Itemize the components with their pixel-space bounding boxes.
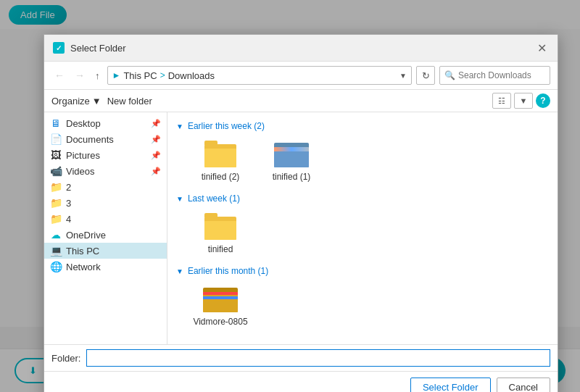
sidebar-item-this-pc[interactable]: 💻 This PC [44, 243, 167, 259]
sidebar-item-videos[interactable]: 📹 Videos 📌 [44, 163, 167, 179]
file-area: ▼ Earlier this week (2) tinified (2) [167, 112, 558, 344]
search-icon: 🔍 [444, 70, 455, 80]
sidebar-item-4[interactable]: 📁 4 [44, 211, 167, 227]
sidebar: 🖥 Desktop 📌 📄 Documents 📌 🖼 Pictures 📌 📹… [44, 112, 167, 344]
pictures-icon: 🖼 [50, 149, 62, 161]
refresh-button[interactable]: ↻ [416, 66, 435, 85]
group-chevron-3: ▼ [176, 267, 183, 275]
folder-3-icon: 📁 [50, 197, 62, 209]
group-earlier-this-month: ▼ Earlier this month (1) [176, 266, 549, 276]
network-icon: 🌐 [50, 261, 62, 272]
folder-bar: Folder: [44, 344, 558, 371]
button-bar: Select Folder Cancel [44, 371, 558, 392]
sidebar-item-2[interactable]: 📁 2 [44, 179, 167, 195]
folder-icon-tinified [203, 212, 238, 241]
onedrive-icon: ☁ [50, 229, 62, 241]
select-folder-button[interactable]: Select Folder [410, 378, 491, 392]
toolbar: Organize ▼ New folder ☷ ▼ ? [44, 90, 558, 112]
group-last-week: ▼ Last week (1) [176, 193, 549, 204]
search-box: 🔍 [439, 66, 550, 85]
documents-icon: 📄 [50, 133, 62, 145]
pin-icon-videos: 📌 [151, 167, 161, 176]
desktop-icon: 🖥 [50, 117, 62, 129]
folder-4-icon: 📁 [50, 213, 62, 225]
search-input[interactable] [458, 70, 545, 80]
file-item-vidmore[interactable]: Vidmore-0805 [188, 282, 253, 330]
sidebar-item-network[interactable]: 🌐 Network [44, 259, 167, 275]
pin-icon-pictures: 📌 [151, 151, 161, 160]
view-dropdown-button[interactable]: ▼ [514, 93, 533, 109]
sidebar-item-documents[interactable]: 📄 Documents 📌 [44, 131, 167, 147]
file-grid-last-week: tinified [176, 209, 549, 257]
nav-up-button[interactable]: ↑ [92, 69, 103, 83]
dialog-title: Select Folder [70, 43, 126, 54]
view-options-button[interactable]: ☷ [492, 93, 511, 109]
folder-icon-tinified-1 [274, 140, 309, 169]
dialog-app-icon: ✓ [53, 42, 65, 54]
file-item-tinified-1[interactable]: tinified (1) [259, 137, 324, 185]
file-grid-month: Vidmore-0805 [176, 282, 549, 330]
folder-icon-tinified-2 [203, 140, 238, 169]
pin-icon-desktop: 📌 [151, 119, 161, 128]
path-downloads: Downloads [168, 70, 215, 81]
path-bar: ► This PC > Downloads ▼ [107, 66, 413, 85]
folder-input[interactable] [86, 349, 550, 367]
folder-label: Folder: [51, 353, 80, 364]
group-chevron-2: ▼ [176, 195, 183, 203]
help-button[interactable]: ? [536, 93, 550, 108]
nav-forward-button[interactable]: → [72, 68, 88, 83]
file-item-tinified[interactable]: tinified [188, 209, 253, 257]
sidebar-item-3[interactable]: 📁 3 [44, 195, 167, 211]
sidebar-item-desktop[interactable]: 🖥 Desktop 📌 [44, 115, 167, 131]
dialog-title-left: ✓ Select Folder [53, 42, 126, 54]
toolbar-right: ☷ ▼ ? [492, 93, 550, 109]
path-arrow-icon: ► [112, 70, 121, 80]
new-folder-button[interactable]: New folder [107, 96, 152, 107]
path-dropdown-button[interactable]: ▼ [399, 72, 407, 80]
folder-icon-vidmore [203, 285, 238, 314]
cancel-button[interactable]: Cancel [497, 378, 550, 392]
dialog-content: 🖥 Desktop 📌 📄 Documents 📌 🖼 Pictures 📌 📹… [44, 112, 558, 344]
dialog-titlebar: ✓ Select Folder ✕ [44, 35, 558, 62]
organize-button[interactable]: Organize ▼ [51, 96, 102, 107]
this-pc-icon: 💻 [50, 245, 62, 257]
group-chevron-1: ▼ [176, 122, 183, 130]
path-this-pc: This PC [123, 70, 157, 81]
file-item-tinified-2[interactable]: tinified (2) [188, 137, 253, 185]
nav-back-button[interactable]: ← [51, 68, 67, 83]
videos-icon: 📹 [50, 165, 62, 177]
sidebar-item-pictures[interactable]: 🖼 Pictures 📌 [44, 147, 167, 163]
navigation-bar: ← → ↑ ► This PC > Downloads ▼ ↻ 🔍 [44, 62, 558, 90]
sidebar-item-onedrive[interactable]: ☁ OneDrive [44, 227, 167, 243]
folder-2-icon: 📁 [50, 181, 62, 193]
pin-icon-documents: 📌 [151, 135, 161, 144]
select-folder-dialog: ✓ Select Folder ✕ ← → ↑ ► This PC > Down… [44, 34, 558, 392]
organize-dropdown-icon: ▼ [92, 96, 102, 107]
dialog-close-button[interactable]: ✕ [534, 41, 549, 55]
toolbar-left: Organize ▼ New folder [51, 96, 152, 107]
file-grid-week: tinified (2) tinified (1) [176, 137, 549, 185]
group-earlier-this-week: ▼ Earlier this week (2) [176, 121, 549, 131]
path-separator-icon: > [160, 70, 165, 80]
